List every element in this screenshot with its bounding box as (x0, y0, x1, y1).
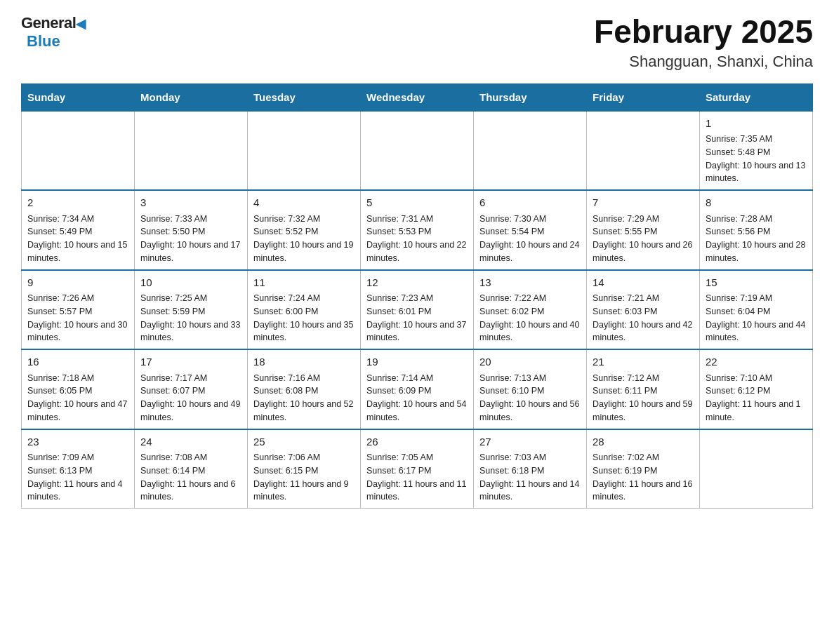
day-info: Sunrise: 7:30 AM (479, 213, 581, 226)
day-info: Sunset: 6:14 PM (140, 464, 241, 478)
main-title: February 2025 (594, 14, 813, 50)
calendar-cell: 16Sunrise: 7:18 AMSunset: 6:05 PMDayligh… (22, 349, 135, 429)
day-info: Daylight: 10 hours and 52 minutes. (253, 398, 355, 424)
calendar-cell (361, 111, 474, 191)
day-number: 23 (27, 434, 128, 450)
day-info: Daylight: 10 hours and 30 minutes. (27, 318, 128, 345)
calendar-cell: 28Sunrise: 7:02 AMSunset: 6:19 PMDayligh… (587, 429, 700, 509)
day-info: Sunrise: 7:31 AM (366, 213, 468, 226)
day-number: 4 (253, 195, 355, 211)
day-number: 1 (706, 116, 807, 132)
day-number: 21 (593, 354, 694, 370)
calendar-cell (700, 429, 813, 509)
day-info: Sunset: 6:05 PM (27, 384, 128, 398)
day-info: Sunset: 5:52 PM (253, 225, 355, 239)
day-info: Sunrise: 7:26 AM (27, 292, 128, 305)
calendar-cell: 14Sunrise: 7:21 AMSunset: 6:03 PMDayligh… (587, 270, 700, 350)
day-info: Sunrise: 7:14 AM (366, 372, 468, 385)
day-info: Sunrise: 7:18 AM (27, 372, 128, 385)
day-info: Sunset: 5:57 PM (27, 305, 128, 318)
day-info: Sunrise: 7:06 AM (253, 451, 355, 464)
day-info: Sunrise: 7:10 AM (706, 372, 807, 385)
calendar-cell: 27Sunrise: 7:03 AMSunset: 6:18 PMDayligh… (474, 429, 587, 509)
day-info: Sunset: 6:11 PM (593, 384, 694, 398)
calendar-cell: 7Sunrise: 7:29 AMSunset: 5:55 PMDaylight… (587, 190, 700, 270)
day-info: Daylight: 10 hours and 22 minutes. (366, 239, 468, 265)
day-info: Sunrise: 7:35 AM (706, 133, 807, 146)
day-number: 26 (366, 434, 468, 450)
day-info: Sunrise: 7:03 AM (479, 451, 581, 464)
day-info: Sunset: 6:19 PM (593, 464, 694, 478)
logo-blue-text: Blue (27, 32, 60, 51)
calendar-cell: 25Sunrise: 7:06 AMSunset: 6:15 PMDayligh… (248, 429, 361, 509)
logo-general-text: General◀ (21, 14, 86, 32)
calendar-cell (474, 111, 587, 191)
day-info: Sunset: 6:13 PM (27, 464, 128, 478)
day-info: Daylight: 10 hours and 40 minutes. (479, 318, 581, 345)
calendar-cell: 24Sunrise: 7:08 AMSunset: 6:14 PMDayligh… (135, 429, 248, 509)
day-info: Daylight: 11 hours and 9 minutes. (253, 478, 355, 504)
day-info: Daylight: 10 hours and 47 minutes. (27, 398, 128, 424)
calendar-cell: 12Sunrise: 7:23 AMSunset: 6:01 PMDayligh… (361, 270, 474, 350)
day-info: Daylight: 11 hours and 1 minute. (706, 398, 807, 424)
day-info: Daylight: 11 hours and 16 minutes. (593, 478, 694, 504)
day-info: Sunset: 5:49 PM (27, 225, 128, 239)
day-info: Daylight: 10 hours and 26 minutes. (593, 239, 694, 265)
calendar-cell (135, 111, 248, 191)
day-info: Sunrise: 7:09 AM (27, 451, 128, 464)
header-thursday: Thursday (474, 83, 587, 111)
calendar-cell: 15Sunrise: 7:19 AMSunset: 6:04 PMDayligh… (700, 270, 813, 350)
day-info: Sunrise: 7:17 AM (140, 372, 241, 385)
day-info: Sunset: 6:01 PM (366, 305, 468, 318)
day-number: 27 (479, 434, 581, 450)
day-info: Sunrise: 7:24 AM (253, 292, 355, 305)
day-info: Daylight: 10 hours and 19 minutes. (253, 239, 355, 265)
logo: General◀ Blue (21, 14, 86, 51)
calendar-cell (248, 111, 361, 191)
day-info: Daylight: 10 hours and 17 minutes. (140, 239, 241, 265)
page-header: General◀ Blue February 2025 Shangguan, S… (21, 14, 813, 71)
calendar-cell (22, 111, 135, 191)
day-info: Sunrise: 7:32 AM (253, 213, 355, 226)
header-wednesday: Wednesday (361, 83, 474, 111)
day-number: 5 (366, 195, 468, 211)
header-sunday: Sunday (22, 83, 135, 111)
calendar-cell: 26Sunrise: 7:05 AMSunset: 6:17 PMDayligh… (361, 429, 474, 509)
day-info: Daylight: 10 hours and 59 minutes. (593, 398, 694, 424)
day-info: Sunrise: 7:12 AM (593, 372, 694, 385)
day-info: Sunrise: 7:22 AM (479, 292, 581, 305)
day-info: Sunset: 6:18 PM (479, 464, 581, 478)
calendar-cell: 4Sunrise: 7:32 AMSunset: 5:52 PMDaylight… (248, 190, 361, 270)
day-number: 12 (366, 275, 468, 291)
day-info: Daylight: 10 hours and 33 minutes. (140, 318, 241, 345)
header-friday: Friday (587, 83, 700, 111)
day-info: Sunset: 5:54 PM (479, 225, 581, 239)
day-info: Sunrise: 7:29 AM (593, 213, 694, 226)
calendar-week-row: 16Sunrise: 7:18 AMSunset: 6:05 PMDayligh… (22, 349, 813, 429)
day-number: 18 (253, 354, 355, 370)
calendar-cell: 2Sunrise: 7:34 AMSunset: 5:49 PMDaylight… (22, 190, 135, 270)
day-number: 3 (140, 195, 241, 211)
calendar-cell: 17Sunrise: 7:17 AMSunset: 6:07 PMDayligh… (135, 349, 248, 429)
day-info: Sunset: 5:59 PM (140, 305, 241, 318)
day-info: Sunset: 6:02 PM (479, 305, 581, 318)
day-info: Daylight: 11 hours and 11 minutes. (366, 478, 468, 504)
day-info: Sunset: 6:17 PM (366, 464, 468, 478)
day-info: Sunrise: 7:08 AM (140, 451, 241, 464)
calendar-cell: 8Sunrise: 7:28 AMSunset: 5:56 PMDaylight… (700, 190, 813, 270)
calendar-week-row: 9Sunrise: 7:26 AMSunset: 5:57 PMDaylight… (22, 270, 813, 350)
day-info: Daylight: 10 hours and 15 minutes. (27, 239, 128, 265)
day-info: Sunrise: 7:02 AM (593, 451, 694, 464)
calendar-cell: 22Sunrise: 7:10 AMSunset: 6:12 PMDayligh… (700, 349, 813, 429)
day-info: Daylight: 10 hours and 42 minutes. (593, 318, 694, 345)
day-info: Daylight: 10 hours and 13 minutes. (706, 159, 807, 186)
day-number: 25 (253, 434, 355, 450)
calendar-cell (587, 111, 700, 191)
day-number: 6 (479, 195, 581, 211)
day-number: 2 (27, 195, 128, 211)
day-info: Sunrise: 7:21 AM (593, 292, 694, 305)
day-info: Daylight: 10 hours and 54 minutes. (366, 398, 468, 424)
calendar-cell: 3Sunrise: 7:33 AMSunset: 5:50 PMDaylight… (135, 190, 248, 270)
day-info: Sunrise: 7:33 AM (140, 213, 241, 226)
day-number: 22 (706, 354, 807, 370)
